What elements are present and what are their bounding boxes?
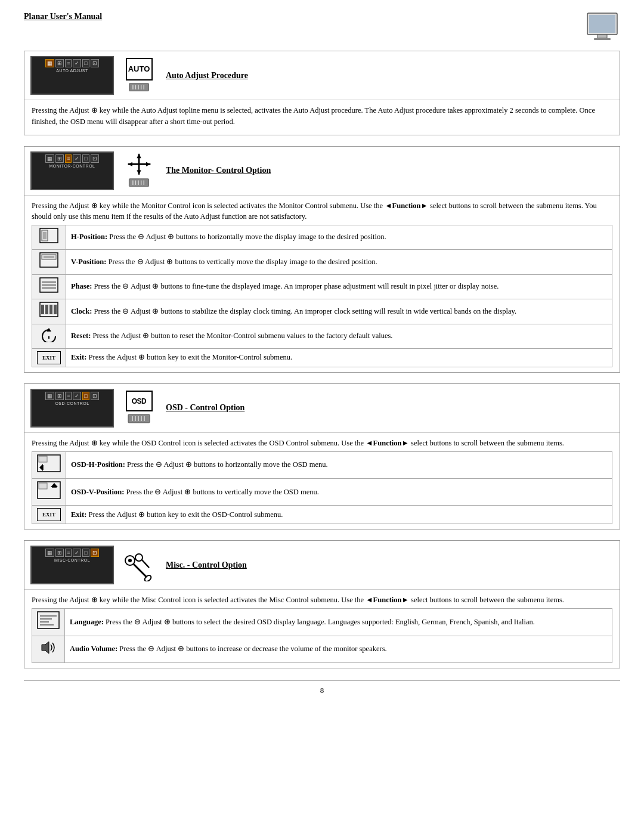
- monitor-control-header: ▦ ⊞ ≡ ✓ □ ⊡ MONITOR-CONTROL: [24, 147, 620, 196]
- osd-tb-icon5: □: [82, 59, 89, 67]
- osd-control-section: ▦ ⊞ ≡ ✓ □ ⊡ OSD-CONTROL OSD OSD - Contro…: [24, 383, 620, 530]
- monitor-symbol-bottom: [128, 178, 150, 188]
- svg-marker-48: [39, 464, 43, 471]
- oc-tb-icon5: □: [82, 392, 89, 400]
- reset-icon-cell: [32, 324, 66, 348]
- table-row: Phase: Press the ⊖ Adjust ⊕ buttons to f…: [32, 274, 612, 299]
- svg-line-55: [134, 564, 147, 577]
- exit-text-mc: Exit: Press the Adjust ⊕ button key to e…: [66, 348, 612, 367]
- auto-symbol: AUTO: [121, 58, 157, 94]
- auto-adjust-header: ▦ ⊞ ≡ ✓ □ ⊡ AUTO ADJUST AUTO Auto Adjust…: [24, 51, 620, 100]
- osd-control-title: OSD - Control Option: [166, 403, 244, 413]
- hpos-text: H-Position: Press the ⊖ Adjust ⊕ buttons…: [66, 225, 612, 250]
- osd-v-icon: [37, 481, 61, 499]
- auto-adjust-section: ▦ ⊞ ≡ ✓ □ ⊡ AUTO ADJUST AUTO Auto Adjust…: [24, 51, 620, 135]
- audio-text: Audio Volume: Press the ⊖ Adjust ⊕ butto…: [65, 636, 612, 662]
- osd-screen-monitor: ▦ ⊞ ≡ ✓ □ ⊡ MONITOR-CONTROL: [30, 151, 114, 190]
- table-row: Reset: Press the Adjust ⊕ button to rese…: [32, 324, 612, 348]
- misc-control-items: Language: Press the ⊖ Adjust ⊕ buttons t…: [32, 608, 612, 663]
- exit-icon-cell-mc: EXIT: [32, 348, 66, 367]
- mc2-tb-icon5: □: [82, 549, 89, 557]
- svg-rect-36: [54, 305, 57, 314]
- page-footer: 8: [24, 680, 620, 695]
- clock-icon: [39, 302, 58, 317]
- svg-line-58: [142, 560, 149, 568]
- osd-label-auto: AUTO ADJUST: [56, 69, 88, 73]
- osd-v-icon-cell: [32, 479, 66, 506]
- mc2-tb-icon6: ⊡: [91, 549, 99, 557]
- osd-screen-misc: ▦ ⊞ ≡ ✓ □ ⊡ MISC-CONTROL: [30, 546, 114, 584]
- reset-icon: [39, 327, 58, 342]
- osd-screen-auto: ▦ ⊞ ≡ ✓ □ ⊡ AUTO ADJUST: [30, 56, 114, 95]
- osd-control-body: Pressing the Adjust ⊕ key while the OSD …: [24, 433, 620, 529]
- mc-tb-icon2: ⊞: [55, 154, 64, 163]
- mc2-tb-icon3: ≡: [65, 549, 72, 557]
- osd-v-text: OSD-V-Position: Press the ⊖ Adjust ⊕ but…: [66, 479, 612, 506]
- svg-rect-2: [597, 35, 607, 38]
- table-row: OSD-H-Position: Press the ⊖ Adjust ⊕ but…: [32, 451, 612, 478]
- exit-icon-mc: EXIT: [37, 351, 61, 364]
- vpos-icon-cell: [32, 250, 66, 274]
- svg-rect-16: [129, 178, 148, 186]
- svg-rect-24: [43, 232, 47, 239]
- monitor-control-body: Pressing the Adjust ⊕ key while the Moni…: [24, 196, 620, 372]
- auto-symbol-bottom: [128, 82, 150, 93]
- osd-label-monitor: MONITOR-CONTROL: [49, 164, 95, 168]
- svg-marker-12: [137, 154, 141, 158]
- auto-adjust-body: Pressing the Adjust ⊕ key while the Auto…: [24, 100, 620, 135]
- osd-text-symbol: OSD: [126, 391, 153, 411]
- clock-text: Clock: Press the ⊖ Adjust ⊕ buttons to s…: [66, 299, 612, 324]
- osd-screen-osd: ▦ ⊞ ≡ ✓ □ ⊡ OSD-CONTROL: [30, 389, 114, 428]
- exit-icon-cell-osd: EXIT: [32, 506, 66, 524]
- osd-h-icon: [37, 454, 61, 472]
- vpos-text: V-Position: Press the ⊖ Adjust ⊕ buttons…: [66, 250, 612, 274]
- svg-rect-3: [594, 38, 611, 40]
- svg-marker-64: [42, 642, 49, 654]
- svg-point-54: [128, 559, 132, 562]
- language-text: Language: Press the ⊖ Adjust ⊕ buttons t…: [65, 609, 612, 636]
- osd-tb-icon3: ≡: [65, 59, 72, 67]
- hpos-icon: [39, 228, 58, 243]
- misc-control-text: Pressing the Adjust ⊕ key while the Misc…: [32, 594, 612, 606]
- svg-rect-1: [589, 15, 615, 33]
- osd-label-misc: MISC-CONTROL: [54, 558, 90, 562]
- monitor-control-section: ▦ ⊞ ≡ ✓ □ ⊡ MONITOR-CONTROL: [24, 146, 620, 373]
- osd-control-items: OSD-H-Position: Press the ⊖ Adjust ⊕ but…: [32, 451, 612, 525]
- auto-adjust-text: Pressing the Adjust ⊕ key while the Auto…: [32, 105, 612, 128]
- oc-tb-icon4: ✓: [73, 392, 81, 400]
- table-row: OSD-V-Position: Press the ⊖ Adjust ⊕ but…: [32, 479, 612, 506]
- monitor-control-items: H-Position: Press the ⊖ Adjust ⊕ buttons…: [32, 225, 612, 367]
- table-row: V-Position: Press the ⊖ Adjust ⊕ buttons…: [32, 250, 612, 274]
- monitor-control-text: Pressing the Adjust ⊕ key while the Moni…: [32, 200, 612, 223]
- svg-rect-46: [39, 456, 47, 462]
- misc-control-section: ▦ ⊞ ≡ ✓ □ ⊡ MISC-CONTROL Misc. - Control…: [24, 540, 620, 668]
- mc2-tb-icon1: ▦: [45, 549, 54, 557]
- osd-tb-icon4: ✓: [73, 59, 81, 67]
- svg-rect-39: [128, 414, 150, 423]
- svg-marker-52: [51, 483, 58, 487]
- osd-tb-icon6: ⊡: [91, 59, 99, 67]
- osd-h-text: OSD-H-Position: Press the ⊖ Adjust ⊕ but…: [66, 451, 612, 478]
- cross-arrow-icon: [126, 153, 153, 176]
- osd-tb-icon2: ⊞: [55, 59, 64, 67]
- mc-tb-icon4: ✓: [73, 154, 81, 163]
- exit-text-osd: Exit: Press the Adjust ⊕ button key to e…: [66, 506, 612, 524]
- page-title: Planar User's Manual: [24, 12, 102, 21]
- svg-point-57: [135, 554, 143, 561]
- osd-label-osd: OSD-CONTROL: [55, 401, 89, 405]
- oc-tb-icon1: ▦: [45, 392, 54, 400]
- osd-tb-icon1: ▦: [45, 59, 54, 67]
- osd-control-header: ▦ ⊞ ≡ ✓ □ ⊡ OSD-CONTROL OSD OSD - Contro…: [24, 384, 620, 433]
- osd-symbol-bottom: [128, 413, 150, 425]
- monitor-symbol: [121, 153, 157, 188]
- misc-control-title: Misc. - Control Option: [166, 561, 247, 570]
- monitor-control-title: The Monitor- Control Option: [166, 166, 271, 175]
- svg-rect-4: [129, 83, 149, 91]
- page-header: Planar User's Manual: [24, 12, 620, 45]
- phase-icon-cell: [32, 274, 66, 299]
- mc-tb-icon5: □: [82, 154, 89, 163]
- monitor-icon: [584, 12, 620, 45]
- svg-rect-33: [41, 305, 44, 314]
- clock-icon-cell: [32, 299, 66, 324]
- reset-text: Reset: Press the Adjust ⊕ button to rese…: [66, 324, 612, 348]
